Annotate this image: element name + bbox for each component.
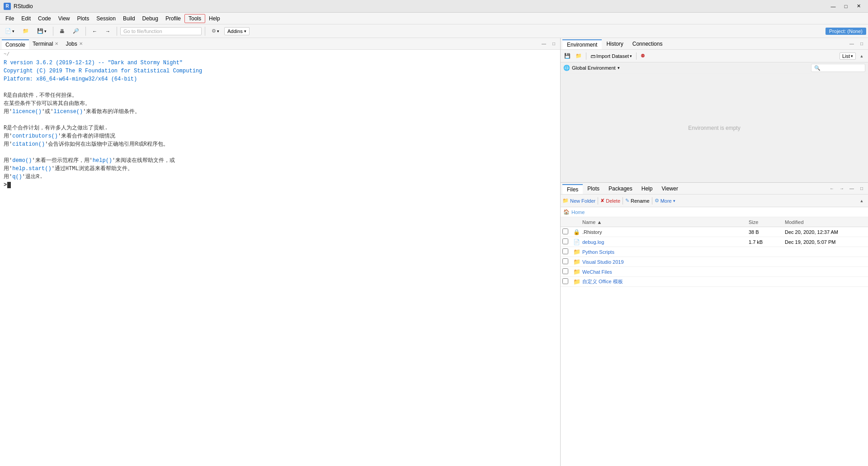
col-name[interactable]: Name ▲ bbox=[582, 219, 749, 225]
files-minimize-icon[interactable]: — bbox=[847, 184, 856, 193]
jobs-close-icon[interactable]: ✕ bbox=[79, 41, 83, 46]
env-sep1 bbox=[586, 52, 586, 60]
list-button[interactable]: List ▾ bbox=[840, 52, 856, 60]
files-maximize-icon[interactable]: □ bbox=[857, 184, 866, 193]
file-name[interactable]: .Rhistory bbox=[582, 229, 749, 235]
save-icon: 💾 bbox=[37, 28, 43, 34]
new-folder-label: New Folder bbox=[570, 198, 595, 204]
file-checkbox[interactable] bbox=[562, 278, 573, 285]
save-env-button[interactable]: 💾 bbox=[562, 52, 572, 59]
env-minimize-icon[interactable]: — bbox=[847, 39, 856, 48]
menu-code[interactable]: Code bbox=[34, 14, 55, 23]
menu-build[interactable]: Build bbox=[119, 14, 139, 23]
clear-icon: ⚉ bbox=[641, 53, 645, 59]
file-name[interactable]: WeChat Files bbox=[582, 269, 749, 275]
menu-tools[interactable]: Tools bbox=[184, 14, 205, 23]
file-checkbox[interactable] bbox=[562, 238, 573, 245]
files-scroll-left[interactable]: ← bbox=[827, 184, 836, 193]
tab-help[interactable]: Help bbox=[637, 184, 657, 193]
print-button[interactable]: 🖶 bbox=[57, 27, 68, 35]
project-badge: Project: (None) bbox=[826, 28, 866, 35]
open-icon: 📁 bbox=[23, 28, 29, 34]
load-env-button[interactable]: 📁 bbox=[574, 52, 584, 59]
minimize-button[interactable]: — bbox=[827, 2, 839, 11]
menu-profile[interactable]: Profile bbox=[162, 14, 184, 23]
file-name[interactable]: Python Scripts bbox=[582, 249, 749, 255]
file-name[interactable]: Visual Studio 2019 bbox=[582, 259, 749, 265]
file-row: 📁 Python Scripts bbox=[561, 247, 868, 257]
more-button[interactable]: ⚙ More ▾ bbox=[655, 198, 675, 204]
terminal-close-icon[interactable]: ✕ bbox=[55, 41, 58, 46]
menu-debug[interactable]: Debug bbox=[139, 14, 162, 23]
file-checkbox[interactable] bbox=[562, 248, 573, 255]
file-checkbox[interactable] bbox=[562, 268, 573, 275]
more-label: More bbox=[660, 198, 672, 204]
files-toolbar: 📁 New Folder ✘ Delete ✎ Rename ⚙ More bbox=[561, 195, 868, 207]
tab-environment[interactable]: Environment bbox=[562, 39, 602, 49]
save-button[interactable]: 💾 ▾ bbox=[34, 27, 50, 35]
tab-connections[interactable]: Connections bbox=[628, 39, 667, 48]
tab-packages[interactable]: Packages bbox=[604, 184, 637, 193]
console-minimize-icon[interactable]: — bbox=[539, 39, 548, 48]
breadcrumb-home[interactable]: Home bbox=[571, 209, 585, 215]
code-tools-button[interactable]: ⚙ ▾ bbox=[208, 27, 222, 35]
back-button[interactable]: ← bbox=[89, 27, 100, 35]
breadcrumb: 🏠 Home bbox=[561, 207, 868, 217]
menu-view[interactable]: View bbox=[55, 14, 74, 23]
files-sep2 bbox=[623, 197, 623, 204]
tab-jobs[interactable]: Jobs ✕ bbox=[62, 39, 86, 48]
console-path: ~/ bbox=[4, 52, 557, 57]
list-arrow: ▾ bbox=[851, 54, 853, 58]
menu-help[interactable]: Help bbox=[205, 14, 224, 23]
file-checkbox[interactable] bbox=[562, 228, 573, 235]
close-button[interactable]: ✕ bbox=[853, 2, 864, 11]
tab-history[interactable]: History bbox=[602, 39, 627, 48]
list-label: List bbox=[842, 53, 850, 59]
console-maximize-icon[interactable]: □ bbox=[549, 39, 558, 48]
rename-button[interactable]: ✎ Rename bbox=[625, 198, 650, 204]
global-env-label[interactable]: Global Environment bbox=[572, 65, 616, 71]
tab-files[interactable]: Files bbox=[562, 184, 583, 194]
forward-button[interactable]: → bbox=[102, 27, 113, 35]
addins-button[interactable]: Addins ▾ bbox=[224, 27, 250, 35]
title-bar: R RStudio — □ ✕ bbox=[0, 0, 868, 13]
go-to-file-input[interactable]: Go to file/function bbox=[120, 27, 202, 35]
import-dataset-button[interactable]: 🗃 Import Dataset ▾ bbox=[589, 53, 634, 59]
tools-icon: ⚙ bbox=[212, 28, 216, 34]
find-button[interactable]: 🔎 bbox=[70, 27, 82, 35]
menu-session[interactable]: Session bbox=[93, 14, 119, 23]
env-scroll-up[interactable]: ▲ bbox=[857, 52, 866, 61]
console-body[interactable]: ~/ R version 3.6.2 (2019-12-12) -- "Dark… bbox=[0, 50, 560, 466]
addins-arrow: ▾ bbox=[244, 29, 246, 33]
file-name[interactable]: 自定义 Office 模板 bbox=[582, 278, 749, 285]
files-toolbar-scroll[interactable]: ▲ bbox=[857, 196, 866, 205]
import-arrow: ▾ bbox=[630, 54, 632, 58]
env-maximize-icon[interactable]: □ bbox=[857, 39, 866, 48]
env-search-input[interactable] bbox=[811, 64, 865, 72]
maximize-button[interactable]: □ bbox=[840, 2, 852, 11]
file-checkbox[interactable] bbox=[562, 258, 573, 265]
file-size: 38 B bbox=[749, 229, 785, 235]
menu-edit[interactable]: Edit bbox=[18, 14, 34, 23]
menu-plots[interactable]: Plots bbox=[74, 14, 93, 23]
col-modified: Modified bbox=[785, 219, 866, 225]
new-folder-button[interactable]: 📁 New Folder bbox=[562, 198, 595, 204]
code-tools-arrow: ▾ bbox=[217, 29, 219, 33]
file-size: 1.7 kB bbox=[749, 239, 785, 245]
tab-viewer[interactable]: Viewer bbox=[657, 184, 682, 193]
clear-env-button[interactable]: ⚉ bbox=[639, 52, 647, 59]
file-name[interactable]: debug.log bbox=[582, 239, 749, 245]
new-folder-icon: 📁 bbox=[562, 198, 569, 204]
toolbar: 📄 ▾ 📁 💾 ▾ 🖶 🔎 ← → Go to file/function ⚙ … bbox=[0, 24, 868, 38]
files-scroll-right[interactable]: → bbox=[837, 184, 846, 193]
menu-file[interactable]: File bbox=[2, 14, 18, 23]
go-to-file-label: Go to file/function bbox=[123, 29, 162, 34]
files-tabs: Files Plots Packages Help Viewer ← → — □ bbox=[561, 183, 868, 195]
new-file-button[interactable]: 📄 ▾ bbox=[2, 27, 18, 35]
file-table-header: Name ▲ Size Modified bbox=[561, 217, 868, 227]
open-file-button[interactable]: 📁 bbox=[19, 27, 32, 35]
tab-console[interactable]: Console bbox=[2, 39, 29, 49]
delete-button[interactable]: ✘ Delete bbox=[600, 198, 620, 204]
tab-terminal[interactable]: Terminal ✕ bbox=[29, 39, 62, 48]
tab-plots[interactable]: Plots bbox=[583, 184, 604, 193]
